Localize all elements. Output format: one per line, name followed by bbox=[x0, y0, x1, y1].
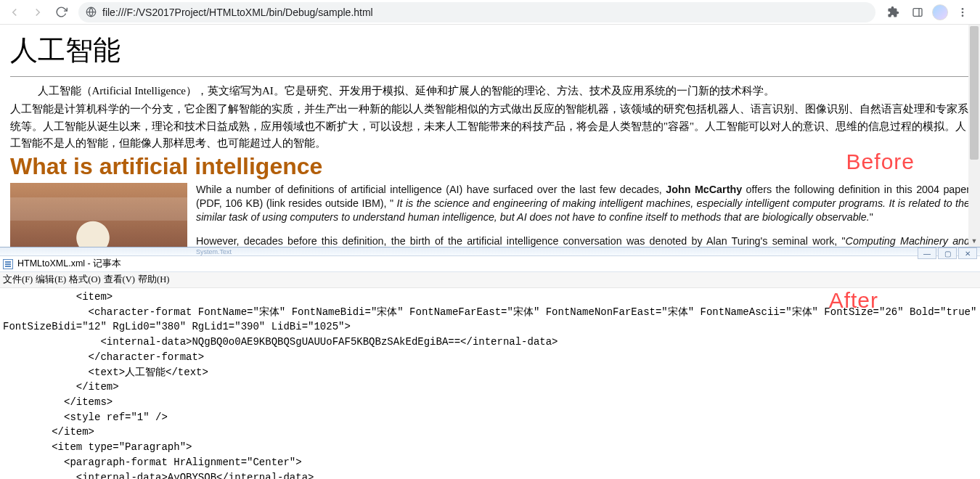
notepad-titlebar[interactable]: HTMLtoXML.xml - 记事本 — ▢ ✕ bbox=[0, 256, 980, 272]
close-button[interactable]: ✕ bbox=[958, 247, 977, 259]
menu-help[interactable]: 帮助(H) bbox=[138, 274, 169, 286]
maximize-button[interactable]: ▢ bbox=[938, 247, 957, 259]
notepad-menubar: 文件(F) 编辑(E) 格式(O) 查看(V) 帮助(H) bbox=[0, 272, 980, 288]
after-label: After bbox=[829, 288, 878, 313]
profile-avatar[interactable] bbox=[932, 4, 948, 20]
article-block: While a number of definitions of artific… bbox=[10, 183, 970, 247]
scroll-down-icon[interactable]: ▼ bbox=[968, 235, 980, 247]
menu-view[interactable]: 查看(V) bbox=[104, 274, 135, 286]
svg-point-5 bbox=[962, 15, 964, 17]
site-info-icon[interactable] bbox=[86, 7, 97, 17]
back-button[interactable] bbox=[4, 2, 25, 22]
notepad-window: System.Text HTMLtoXML.xml - 记事本 — ▢ ✕ 文件… bbox=[0, 247, 980, 479]
background-window-strip: System.Text bbox=[0, 247, 980, 256]
address-bar[interactable]: file:///F:/VS2017Project/HTMLtoXML/bin/D… bbox=[78, 2, 875, 22]
vertical-scrollbar[interactable]: ▲ ▼ bbox=[968, 25, 980, 247]
section-heading: What is artificial intelligence bbox=[10, 153, 970, 180]
svg-rect-1 bbox=[913, 8, 922, 16]
divider bbox=[10, 76, 970, 77]
page-title: 人工智能 bbox=[10, 32, 970, 69]
menu-file[interactable]: 文件(F) bbox=[3, 274, 33, 286]
article-text: While a number of definitions of artific… bbox=[196, 183, 970, 247]
svg-point-4 bbox=[962, 11, 964, 13]
notepad-title-text: HTMLtoXML.xml - 记事本 bbox=[17, 258, 121, 270]
reload-button[interactable] bbox=[51, 2, 71, 22]
before-label: Before bbox=[846, 150, 915, 174]
browser-toolbar: file:///F:/VS2017Project/HTMLtoXML/bin/D… bbox=[0, 0, 980, 25]
menu-icon[interactable] bbox=[952, 2, 973, 22]
intro-paragraph-2: 人工智能是计算机科学的一个分支，它企图了解智能的实质，并生产出一种新的能以人类智… bbox=[10, 101, 970, 152]
url-text: file:///F:/VS2017Project/HTMLtoXML/bin/D… bbox=[102, 7, 373, 18]
side-panel-icon[interactable] bbox=[907, 2, 928, 22]
scrollbar-thumb[interactable] bbox=[970, 26, 979, 160]
notepad-app-icon bbox=[3, 259, 13, 269]
menu-format[interactable]: 格式(O) bbox=[69, 274, 100, 286]
intro-paragraph-1: 人工智能（Artificial Intelligence），英文缩写为AI。它是… bbox=[10, 83, 970, 99]
svg-point-3 bbox=[962, 8, 964, 10]
forward-button[interactable] bbox=[28, 2, 48, 22]
page-content: 人工智能 人工智能（Artificial Intelligence），英文缩写为… bbox=[0, 25, 980, 247]
menu-edit[interactable]: 编辑(E) bbox=[36, 274, 66, 286]
author-name: John McCarthy bbox=[666, 184, 742, 195]
notepad-body[interactable]: <item> <character-format FontName="宋体" F… bbox=[0, 288, 980, 479]
article-image bbox=[10, 183, 187, 247]
minimize-button[interactable]: — bbox=[918, 247, 936, 259]
extensions-icon[interactable] bbox=[883, 2, 903, 22]
